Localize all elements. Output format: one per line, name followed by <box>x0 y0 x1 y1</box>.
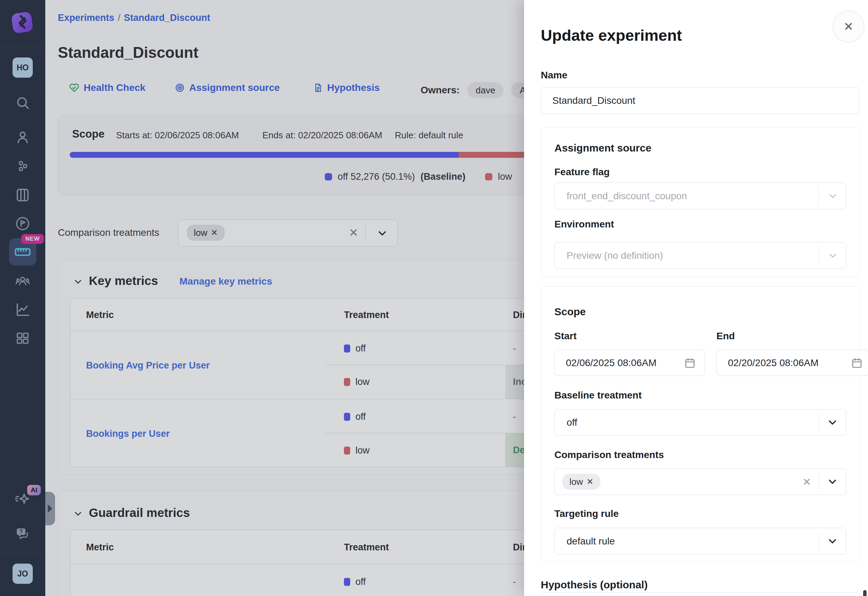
hexagons-icon <box>14 158 31 175</box>
sidebar-collapse-handle[interactable] <box>45 492 55 525</box>
direction-value: - <box>513 412 516 422</box>
environment-select[interactable]: Preview (no definition) <box>554 242 846 269</box>
environment-value: Preview (no definition) <box>567 250 663 261</box>
ai-badge: AI <box>27 485 41 495</box>
legend-swatch-low <box>485 173 492 180</box>
chip-remove-icon[interactable]: ✕ <box>211 228 218 238</box>
hypothesis-textarea[interactable] <box>541 592 860 596</box>
sidebar-item-ai-assistant[interactable]: AI <box>0 490 45 509</box>
people-group-icon <box>14 272 31 290</box>
dashboard-grid-icon <box>15 330 31 346</box>
breadcrumb-current[interactable]: Standard_Discount <box>124 13 211 23</box>
sidebar-item-feature-flags[interactable] <box>0 215 45 232</box>
feature-flag-label: Feature flag <box>554 167 610 178</box>
metric-link[interactable]: Booking Avg Price per User <box>86 360 210 371</box>
sidebar-divider <box>0 88 45 88</box>
targeting-rule-select[interactable]: default rule <box>554 528 846 555</box>
treatment-swatch-off <box>344 578 350 586</box>
sidebar-item-audiences[interactable] <box>0 272 45 290</box>
sidebar-item-users[interactable] <box>0 129 45 145</box>
select-clear-icon[interactable]: ✕ <box>803 475 811 488</box>
hypothesis-optional-label: Hypothesis (optional) <box>541 579 648 591</box>
guardrail-metrics-title: Guardrail metrics <box>89 506 190 520</box>
chevron-down-icon <box>827 190 838 202</box>
org-avatar[interactable]: HO <box>0 58 45 78</box>
key-metrics-title: Key metrics <box>89 274 158 288</box>
sidebar-item-help[interactable]: ? <box>0 525 45 542</box>
assignment-source-card: Assignment source Feature flag front_end… <box>541 127 860 277</box>
manage-key-metrics-link[interactable]: Manage key metrics <box>179 276 272 287</box>
sidebar-item-columns[interactable] <box>0 187 45 203</box>
assignment-source-link[interactable]: Assignment source <box>174 82 280 93</box>
start-date-input[interactable]: 02/06/2025 08:06AM <box>554 350 705 376</box>
breadcrumb-root[interactable]: Experiments <box>58 13 114 23</box>
sidebar-item-analytics[interactable] <box>0 302 45 318</box>
health-check-link[interactable]: Health Check <box>69 82 145 93</box>
feature-flag-value: front_end_discount_coupon <box>567 190 687 202</box>
hypothesis-link[interactable]: Hypothesis <box>313 82 380 93</box>
sidebar: HO <box>0 0 45 596</box>
comparison-treatments-select[interactable]: low ✕ ✕ <box>554 468 846 495</box>
collapse-chevron-icon[interactable] <box>73 509 83 519</box>
treatment-swatch-off <box>344 413 350 421</box>
question-chat-icon: ? <box>14 525 31 542</box>
treatment-chip-low[interactable]: low ✕ <box>187 225 225 241</box>
drawer-scrollbar-thumb[interactable] <box>863 590 867 596</box>
treatment-chip-label: low <box>569 477 583 487</box>
chevron-down-icon <box>827 417 838 428</box>
scope-summary-title: Scope <box>72 128 105 140</box>
assignment-source-label: Assignment source <box>189 82 280 93</box>
baseline-treatment-select[interactable]: off <box>554 409 846 436</box>
collapse-chevron-icon[interactable] <box>73 277 83 287</box>
treatment-chip-low[interactable]: low ✕ <box>562 474 600 490</box>
sidebar-item-dashboards[interactable] <box>0 330 45 346</box>
col-header-metric: Metric <box>86 310 114 320</box>
close-icon: ✕ <box>844 19 854 34</box>
chip-remove-icon[interactable]: ✕ <box>586 477 593 487</box>
direction-value: - <box>513 343 516 354</box>
owners-label: Owners: <box>421 85 460 96</box>
comparison-treatments-select[interactable]: low ✕ ✕ <box>178 220 398 246</box>
targeting-rule-label: Targeting rule <box>554 508 619 519</box>
name-value: Standard_Discount <box>552 95 635 106</box>
end-date-input[interactable]: 02/20/2025 08:06AM <box>716 350 868 376</box>
select-clear-icon[interactable]: ✕ <box>349 226 358 239</box>
treatment-cell: off <box>344 343 366 354</box>
assignment-source-heading: Assignment source <box>554 142 651 154</box>
update-experiment-drawer: ✕ Update experiment Name Standard_Discou… <box>524 0 868 596</box>
close-button[interactable]: ✕ <box>833 10 865 43</box>
select-divider <box>366 224 366 242</box>
ruler-icon <box>13 243 32 261</box>
search-icon <box>15 95 31 111</box>
treatment-chip-label: low <box>194 227 207 238</box>
metric-link[interactable]: Bookings per User <box>86 428 170 439</box>
direction-value: - <box>513 577 516 587</box>
flag-circle-icon <box>14 215 31 232</box>
person-icon <box>15 129 31 145</box>
sidebar-item-experiments-active[interactable]: NEW <box>0 238 45 266</box>
treatment-cell: off <box>344 577 366 587</box>
app-logo[interactable] <box>0 10 45 34</box>
environment-label: Environment <box>554 219 614 230</box>
sidebar-item-segments[interactable] <box>0 158 45 175</box>
breadcrumb: Experiments / Standard_Discount <box>58 13 210 23</box>
legend-off-baseline: (Baseline) <box>421 171 465 182</box>
end-date-value: 02/20/2025 08:06AM <box>728 357 819 369</box>
sidebar-item-search[interactable] <box>0 95 45 111</box>
user-avatar[interactable]: JO <box>0 564 45 584</box>
chevron-down-icon <box>827 476 838 488</box>
hypothesis-label: Hypothesis <box>327 82 380 93</box>
app-window: HO <box>0 0 868 596</box>
owner-pill-dave[interactable]: dave <box>467 82 503 98</box>
treatment-cell: low <box>344 376 370 387</box>
scope-ends-at: Ends at: 02/20/2025 08:06AM <box>263 130 382 141</box>
treatment-name: off <box>356 343 366 354</box>
allocation-legend: off 52,276 (50.1%) (Baseline) low <box>325 171 512 182</box>
page-title: Standard_Discount <box>58 44 198 61</box>
feature-flag-select[interactable]: front_end_discount_coupon <box>554 183 846 209</box>
health-check-label: Health Check <box>84 82 145 93</box>
columns-icon <box>15 187 31 203</box>
user-avatar-badge: JO <box>13 564 33 584</box>
name-input[interactable]: Standard_Discount <box>541 87 859 114</box>
baseline-treatment-label: Baseline treatment <box>554 390 642 401</box>
